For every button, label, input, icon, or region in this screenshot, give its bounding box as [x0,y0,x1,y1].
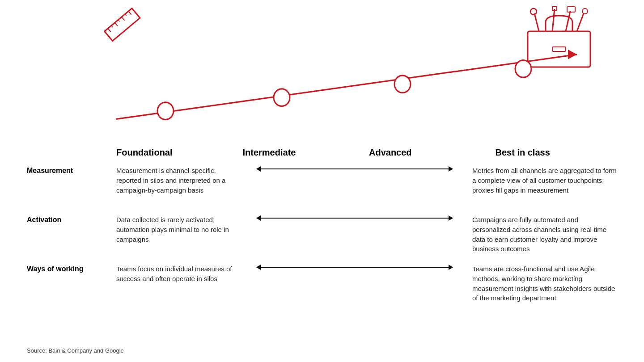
row-bestinclass-ways-of-working: Teams are cross-functional and use Agile… [463,264,617,303]
svg-point-22 [394,76,411,93]
row-label-measurement: Measurement [27,166,116,175]
table-row: Activation Data collected is rarely acti… [27,215,617,255]
table-row: Measurement Measurement is channel-speci… [27,166,617,206]
row-arrow-ways-of-working [246,264,463,268]
page-container: Foundational Intermediate Advanced Best … [0,0,644,362]
row-bestinclass-activation: Campaigns are fully automated and person… [463,215,617,254]
bidirectional-arrow-measurement [257,168,452,169]
row-bestinclass-measurement: Metrics from all channels are aggregated… [463,166,617,195]
row-foundational-activation: Data collected is rarely activated; auto… [116,215,246,244]
svg-point-23 [515,60,531,78]
diagram-area [27,9,617,143]
row-foundational-measurement: Measurement is channel-specific, reporte… [116,166,246,195]
svg-point-20 [157,102,174,120]
source-label: Source: Bain & Company and Google [27,347,124,354]
table-row: Ways of working Teams focus on individua… [27,264,617,304]
row-label-activation: Activation [27,215,116,224]
col-header-foundational: Foundational [116,147,238,158]
bidirectional-arrow-activation [257,218,452,219]
bidirectional-arrow-ways-of-working [257,267,452,268]
svg-marker-19 [568,50,577,59]
col-header-advanced: Advanced [364,147,491,158]
row-arrow-activation [246,215,463,219]
row-label-ways-of-working: Ways of working [27,264,116,273]
col-header-intermediate: Intermediate [238,147,365,158]
row-arrow-measurement [246,166,463,169]
svg-line-18 [116,55,577,119]
svg-point-21 [274,89,290,106]
columns-header-row: Foundational Intermediate Advanced Best … [27,147,617,158]
row-foundational-ways-of-working: Teams focus on individual measures of su… [116,264,246,284]
col-header-bestinclass: Best in class [491,147,618,158]
data-rows: Measurement Measurement is channel-speci… [27,166,617,304]
